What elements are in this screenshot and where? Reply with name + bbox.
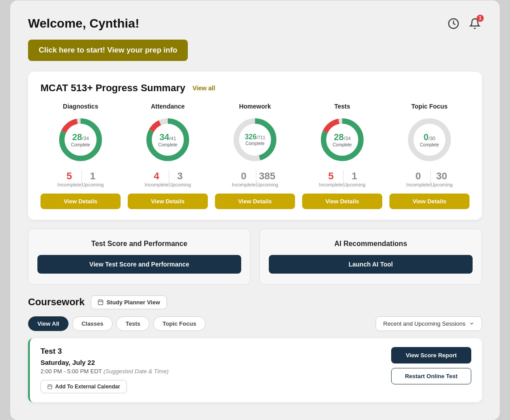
suggested-label: (Suggested Date & Time) — [103, 368, 169, 375]
stats-row: 0 Incomplete 385 Upcoming — [232, 170, 278, 188]
svg-rect-18 — [98, 300, 103, 305]
ai-title: AI Recommendations — [334, 240, 407, 248]
incomplete-stat: 0 Incomplete — [406, 170, 430, 187]
donut-chart: 0/30 Complete — [405, 115, 454, 164]
chart-item-tests: Tests 28/34 Complete 5 Incomplete — [302, 103, 382, 209]
view-all-link[interactable]: View all — [192, 85, 215, 92]
test-card: Test 3 Saturday, July 22 2:00 PM - 5:00 … — [28, 338, 482, 402]
test-name: Test 3 — [40, 347, 169, 356]
incomplete-stat: 4 Incomplete — [145, 170, 169, 187]
coursework-title: Coursework — [28, 296, 85, 308]
chart-label: Attendance — [151, 103, 185, 110]
incomplete-stat: 5 Incomplete — [319, 170, 343, 187]
progress-card: MCAT 513+ Progress Summary View all Diag… — [28, 72, 482, 220]
progress-header: MCAT 513+ Progress Summary View all — [40, 82, 470, 94]
ai-recommendations-panel: AI Recommendations Launch AI Tool — [259, 229, 482, 285]
donut-chart: 326/711 Complete — [231, 115, 279, 164]
study-planner-label: Study Planner View — [106, 299, 160, 306]
stats-row: 5 Incomplete 1 Upcoming — [319, 170, 365, 188]
chart-item-topic focus: Topic Focus 0/30 Complete 0 Incomplete — [389, 103, 470, 209]
chart-item-attendance: Attendance 34/41 Complete 4 Incomplete — [128, 103, 208, 209]
chart-label: Tests — [334, 103, 350, 110]
incomplete-stat: 0 Incomplete — [232, 170, 256, 187]
view-details-button[interactable]: View Details — [389, 194, 470, 209]
calendar-icon — [97, 299, 104, 305]
view-details-button[interactable]: View Details — [215, 194, 295, 209]
cta-banner[interactable]: Click here to start! View your prep info — [28, 40, 188, 61]
test-card-left: Test 3 Saturday, July 22 2:00 PM - 5:00 … — [40, 347, 169, 393]
add-calendar-label: Add To External Calendar — [55, 384, 120, 390]
filter-tab-topic-focus[interactable]: Topic Focus — [153, 316, 206, 331]
charts-row: Diagnostics 28/34 Complete 5 Incomplete — [40, 103, 470, 209]
notification-badge: 1 — [477, 15, 484, 22]
view-details-button[interactable]: View Details — [40, 194, 121, 209]
calendar-add-icon — [47, 384, 53, 389]
filter-row: View AllClassesTestsTopic Focus Recent a… — [28, 316, 482, 331]
header: Welcome, Cynthia! 1 — [28, 16, 482, 31]
chart-item-homework: Homework 326/711 Complete 0 Incomplete — [215, 103, 295, 209]
progress-title: MCAT 513+ Progress Summary — [40, 82, 185, 94]
stats-row: 0 Incomplete 30 Upcoming — [406, 170, 453, 188]
stats-row: 5 Incomplete 1 Upcoming — [57, 170, 104, 188]
header-icons: 1 — [446, 16, 482, 31]
study-planner-button[interactable]: Study Planner View — [91, 295, 166, 309]
filter-tab-view-all[interactable]: View All — [28, 316, 69, 331]
stats-row: 4 Incomplete 3 Upcoming — [145, 170, 191, 188]
coursework-header: Coursework Study Planner View — [28, 295, 482, 309]
history-icon-button[interactable] — [446, 16, 461, 31]
upcoming-stat: 1 Upcoming — [344, 170, 366, 187]
chart-label: Homework — [239, 103, 271, 110]
restart-online-test-button[interactable]: Restart Online Test — [391, 368, 471, 384]
view-test-score-button[interactable]: View Test Score and Performance — [37, 255, 241, 274]
test-date: Saturday, July 22 — [40, 359, 169, 366]
launch-ai-tool-button[interactable]: Launch AI Tool — [269, 255, 473, 274]
filter-tab-classes[interactable]: Classes — [72, 316, 113, 331]
filter-tab-tests[interactable]: Tests — [116, 316, 150, 331]
donut-chart: 34/41 Complete — [143, 115, 192, 164]
upcoming-stat: 30 Upcoming — [431, 170, 453, 187]
view-score-report-button[interactable]: View Score Report — [391, 347, 471, 363]
test-card-right: View Score Report Restart Online Test — [391, 347, 471, 384]
test-score-title: Test Score and Performance — [91, 240, 187, 248]
view-details-button[interactable]: View Details — [302, 194, 382, 209]
donut-chart: 28/34 Complete — [56, 115, 105, 164]
notification-icon-button[interactable]: 1 — [468, 16, 482, 31]
sessions-dropdown-label: Recent and Upcoming Sessions — [383, 320, 465, 327]
sessions-dropdown[interactable]: Recent and Upcoming Sessions — [376, 316, 482, 331]
chart-item-diagnostics: Diagnostics 28/34 Complete 5 Incomplete — [40, 103, 121, 209]
welcome-title: Welcome, Cynthia! — [28, 16, 139, 31]
upcoming-stat: 3 Upcoming — [169, 170, 191, 187]
add-to-calendar-button[interactable]: Add To External Calendar — [40, 380, 127, 393]
chart-label: Topic Focus — [411, 103, 447, 110]
chevron-down-icon — [469, 321, 474, 326]
incomplete-stat: 5 Incomplete — [57, 170, 81, 187]
filter-tabs: View AllClassesTestsTopic Focus — [28, 316, 206, 331]
test-score-panel: Test Score and Performance View Test Sco… — [28, 229, 251, 285]
donut-chart: 28/34 Complete — [318, 115, 367, 164]
panels-row: Test Score and Performance View Test Sco… — [28, 229, 482, 285]
app-container: Welcome, Cynthia! 1 Click here to start!… — [10, 0, 500, 420]
chart-label: Diagnostics — [63, 103, 98, 110]
test-time: 2:00 PM - 5:00 PM EDT (Suggested Date & … — [40, 368, 169, 375]
view-details-button[interactable]: View Details — [128, 194, 208, 209]
svg-rect-22 — [48, 385, 52, 389]
upcoming-stat: 1 Upcoming — [82, 170, 104, 187]
upcoming-stat: 385 Upcoming — [256, 170, 279, 187]
